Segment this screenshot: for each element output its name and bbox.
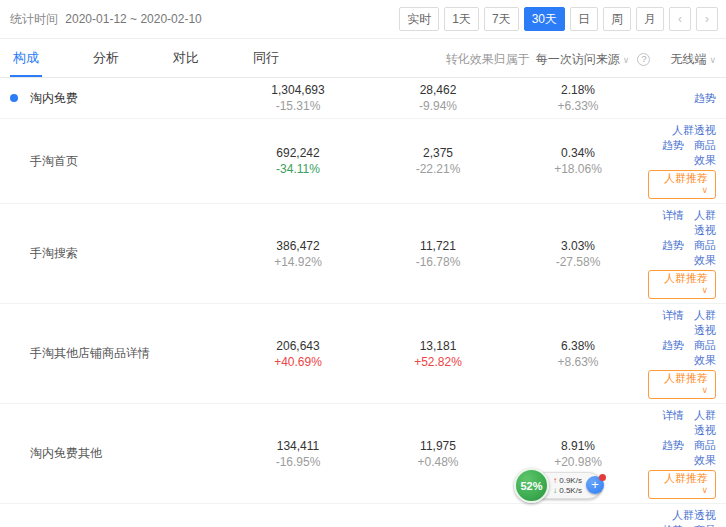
crowd-recommend-button[interactable]: 人群推荐∨ (648, 270, 716, 299)
conversion-value: 2.18% (508, 82, 648, 98)
table-row[interactable]: 淘内免费 1,304,693 -15.31% 28,462 -9.94% 2.1… (0, 78, 726, 119)
buyers-change: -22.21% (368, 162, 508, 177)
action-button-line: 人群推荐∨ (648, 368, 716, 399)
action-link[interactable]: 人群透视 (672, 124, 716, 136)
upload-arrow-icon: ↑ (553, 476, 557, 485)
conversion-value: 0.34% (508, 145, 648, 161)
action-link[interactable]: 人群透视 (694, 209, 716, 236)
attribution-select[interactable]: 每一次访问来源∨ (536, 51, 630, 68)
crowd-recommend-label: 人群推荐 (664, 172, 708, 184)
buyers-change: +0.48% (368, 455, 508, 470)
visitors-value: 386,472 (228, 238, 368, 254)
next-page-button[interactable]: › (696, 7, 718, 31)
help-icon[interactable]: ? (637, 53, 650, 66)
actions-cell: 详情人群透视 趋势商品效果 人群推荐∨ (648, 308, 716, 399)
action-button-line: 人群推荐∨ (648, 268, 716, 299)
conversion-cell: 3.03% -27.58% (508, 238, 648, 270)
terminal-select[interactable]: 无线端∨ (670, 51, 716, 68)
tab-对比[interactable]: 对比 (170, 39, 202, 77)
buyers-value: 11,975 (368, 438, 508, 454)
memory-percent-value: 52% (520, 480, 542, 492)
buyers-cell: 28,462 -9.94% (368, 82, 508, 114)
tab-分析[interactable]: 分析 (90, 39, 122, 77)
conversion-value: 3.03% (508, 238, 648, 254)
conversion-change: +18.06% (508, 162, 648, 177)
channel-name: 手淘其他店铺商品详情 (30, 345, 150, 362)
action-links-line1: 详情人群透视 (648, 308, 716, 338)
stat-time-label: 统计时间 (10, 12, 58, 26)
visitors-change: -34.11% (228, 162, 368, 177)
visitors-cell: 1,304,693 -15.31% (228, 82, 368, 114)
memory-percent-ball[interactable]: 52% (514, 468, 549, 503)
visitors-change: -16.95% (228, 455, 368, 470)
period-button-实时[interactable]: 实时 (399, 7, 439, 31)
action-link[interactable]: 人群透视 (694, 409, 716, 436)
stat-time: 统计时间 2020-01-12 ~ 2020-02-10 (10, 11, 202, 28)
table-row[interactable]: 手淘首页 692,242 -34.11% 2,375 -22.21% 0.34%… (0, 119, 726, 204)
download-speed-value: 0.5K/s (559, 486, 582, 495)
chevron-down-icon: ∨ (623, 55, 630, 65)
conversion-change: -27.58% (508, 255, 648, 270)
action-links-line2: 趋势商品效果 (648, 523, 716, 527)
conversion-cell: 6.38% +8.63% (508, 338, 648, 370)
action-link[interactable]: 详情 (662, 309, 684, 321)
attribution-label: 转化效果归属于 (446, 51, 530, 68)
tab-构成[interactable]: 构成 (10, 39, 42, 77)
chevron-down-icon: ∨ (701, 285, 708, 295)
crowd-recommend-button[interactable]: 人群推荐∨ (648, 470, 716, 499)
topbar: 统计时间 2020-01-12 ~ 2020-02-10 实时1天7天30天日周… (0, 0, 726, 39)
buyers-cell: 2,375 -22.21% (368, 145, 508, 177)
table-row[interactable]: 手淘淘宝直播 104,830 +36.35% 4,032 +11.88% 3.8… (0, 504, 726, 527)
action-link[interactable]: 详情 (662, 409, 684, 421)
table-row[interactable]: 淘内免费其他 134,411 -16.95% 11,975 +0.48% 8.9… (0, 404, 726, 504)
period-button-周[interactable]: 周 (603, 7, 631, 31)
action-link[interactable]: 趋势 (662, 139, 684, 151)
action-link[interactable]: 人群透视 (672, 509, 716, 521)
period-button-月[interactable]: 月 (636, 7, 664, 31)
action-link[interactable]: 详情 (662, 209, 684, 221)
action-link[interactable]: 人群透视 (694, 309, 716, 336)
action-button-line: 人群推荐∨ (648, 468, 716, 499)
period-button-7天[interactable]: 7天 (484, 7, 519, 31)
actions-cell: 详情人群透视 趋势商品效果 人群推荐∨ (648, 408, 716, 499)
chevron-down-icon: ∨ (701, 485, 708, 495)
channel-name-cell: 手淘其他店铺商品详情 (10, 345, 228, 362)
buyers-cell: 11,721 -16.78% (368, 238, 508, 270)
visitors-change: +14.92% (228, 255, 368, 270)
visitors-change: -15.31% (228, 99, 368, 114)
chevron-left-icon: ‹ (678, 12, 682, 26)
channel-name-cell: 淘内免费 (10, 90, 228, 107)
crowd-recommend-label: 人群推荐 (664, 472, 708, 484)
action-link[interactable]: 趋势 (662, 339, 684, 351)
action-link[interactable]: 商品效果 (694, 139, 716, 166)
period-button-1天[interactable]: 1天 (444, 7, 479, 31)
visitors-change: +40.69% (228, 355, 368, 370)
actions-cell: 人群透视 趋势商品效果 人群推荐∨ (648, 123, 716, 199)
conversion-cell: 8.91% +20.98% (508, 438, 648, 470)
action-link[interactable]: 商品效果 (694, 239, 716, 266)
conversion-value: 6.38% (508, 338, 648, 354)
buyers-change: +52.82% (368, 355, 508, 370)
action-links-line1: 人群透视 (648, 123, 716, 138)
table-row[interactable]: 手淘其他店铺商品详情 206,643 +40.69% 13,181 +52.82… (0, 304, 726, 404)
buyers-value: 11,721 (368, 238, 508, 254)
period-button-日[interactable]: 日 (570, 7, 598, 31)
action-link[interactable]: 商品效果 (694, 339, 716, 366)
chevron-down-icon: ∨ (701, 185, 708, 195)
table-row[interactable]: 手淘搜索 386,472 +14.92% 11,721 -16.78% 3.03… (0, 204, 726, 304)
date-range: 2020-01-12 ~ 2020-02-10 (65, 12, 201, 26)
channel-name: 手淘首页 (30, 153, 78, 170)
action-link[interactable]: 商品效果 (694, 439, 716, 466)
action-link[interactable]: 趋势 (662, 439, 684, 451)
crowd-recommend-button[interactable]: 人群推荐∨ (648, 170, 716, 199)
chevron-down-icon: ∨ (701, 385, 708, 395)
prev-page-button[interactable]: ‹ (669, 7, 691, 31)
period-button-30天[interactable]: 30天 (524, 7, 565, 31)
tab-同行[interactable]: 同行 (250, 39, 282, 77)
channel-name-cell: 手淘首页 (10, 153, 228, 170)
channel-table: 淘内免费 1,304,693 -15.31% 28,462 -9.94% 2.1… (0, 78, 726, 527)
crowd-recommend-button[interactable]: 人群推荐∨ (648, 370, 716, 399)
action-link[interactable]: 趋势 (694, 92, 716, 104)
action-links-line1: 趋势 (648, 91, 716, 106)
action-link[interactable]: 趋势 (662, 239, 684, 251)
